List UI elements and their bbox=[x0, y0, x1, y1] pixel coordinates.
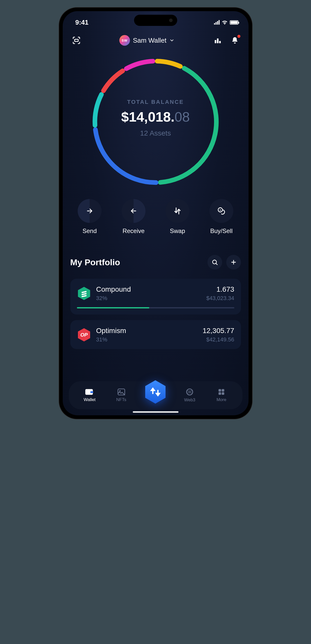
svg-point-20 bbox=[119, 390, 121, 391]
portfolio-title: My Portfolio bbox=[70, 257, 120, 267]
asset-name: Optimism bbox=[96, 327, 198, 335]
asset-count: 12 Assets bbox=[121, 129, 190, 137]
svg-text:$: $ bbox=[220, 209, 221, 211]
compound-icon bbox=[77, 286, 91, 301]
arrow-left-icon bbox=[130, 207, 137, 215]
svg-marker-21 bbox=[145, 380, 166, 404]
svg-line-9 bbox=[216, 263, 217, 265]
status-time: 9:41 bbox=[75, 19, 89, 26]
app-header: SW Sam Wallet bbox=[63, 27, 249, 48]
coins-icon: $ bbox=[217, 207, 226, 215]
balance-amount: $14,018.08 bbox=[121, 109, 190, 125]
action-row: Send Receive Swap $ Buy/Sell bbox=[63, 188, 249, 235]
asset-progress bbox=[77, 307, 234, 308]
svg-text:OP: OP bbox=[80, 332, 88, 338]
buysell-button[interactable]: $ bbox=[209, 199, 233, 223]
swap-button[interactable] bbox=[166, 199, 189, 223]
notifications-button[interactable] bbox=[230, 35, 240, 45]
wallet-name: Sam Wallet bbox=[133, 37, 167, 44]
signal-icon bbox=[214, 20, 220, 25]
globe-icon bbox=[186, 388, 194, 396]
image-icon bbox=[117, 388, 125, 396]
grid-icon bbox=[218, 388, 225, 396]
svg-rect-18 bbox=[90, 391, 93, 393]
bottom-nav: Wallet NFTs Web3 bbox=[69, 381, 242, 409]
asset-card[interactable]: Compound 32% 1.673 $43,023.34 bbox=[70, 279, 241, 315]
svg-rect-26 bbox=[219, 389, 221, 392]
buysell-label: Buy/Sell bbox=[210, 227, 233, 235]
scan-button[interactable] bbox=[71, 35, 81, 45]
asset-amount: 1.673 bbox=[206, 285, 234, 293]
nav-web3[interactable]: Web3 bbox=[178, 388, 201, 403]
phone-frame: 9:41 SW Sam Wallet bbox=[59, 8, 252, 419]
wallet-avatar: SW bbox=[119, 35, 130, 46]
svg-rect-3 bbox=[219, 41, 221, 43]
plus-icon bbox=[230, 259, 237, 266]
optimism-icon: OP bbox=[77, 328, 91, 342]
swap-icon bbox=[173, 207, 182, 215]
chevron-down-icon bbox=[169, 38, 174, 43]
notification-dot bbox=[237, 35, 240, 38]
send-label: Send bbox=[83, 227, 97, 235]
nav-nfts[interactable]: NFTs bbox=[110, 388, 133, 402]
asset-amount: 12,305.77 bbox=[203, 327, 234, 335]
nav-more[interactable]: More bbox=[210, 388, 233, 402]
screen: 9:41 SW Sam Wallet bbox=[63, 11, 249, 415]
asset-name: Compound bbox=[96, 285, 201, 293]
wifi-icon bbox=[222, 20, 228, 25]
svg-rect-1 bbox=[215, 40, 216, 43]
wallet-icon bbox=[85, 388, 94, 396]
balance-label: TOTAL BALANCE bbox=[121, 99, 190, 105]
arrow-right-icon bbox=[86, 207, 93, 215]
asset-pct: 31% bbox=[96, 336, 198, 343]
nav-center-button[interactable] bbox=[141, 378, 169, 406]
svg-rect-29 bbox=[222, 392, 224, 395]
asset-usd: $42,149.56 bbox=[203, 336, 234, 343]
receive-label: Receive bbox=[123, 227, 145, 235]
stats-button[interactable] bbox=[212, 35, 223, 45]
home-indicator[interactable] bbox=[133, 411, 178, 413]
svg-point-25 bbox=[187, 389, 193, 395]
battery-icon bbox=[230, 20, 238, 25]
svg-rect-2 bbox=[217, 39, 218, 43]
add-button[interactable] bbox=[226, 255, 241, 270]
search-button[interactable] bbox=[207, 255, 222, 270]
asset-card[interactable]: OP Optimism 31% 12,305.77 $42,149.56 bbox=[70, 320, 241, 349]
bell-icon bbox=[231, 37, 239, 44]
balance-ring: TOTAL BALANCE $14,018.08 12 Assets bbox=[63, 48, 249, 188]
wallet-selector[interactable]: SW Sam Wallet bbox=[119, 35, 175, 46]
portfolio-section: My Portfolio Compound 32% bbox=[63, 235, 249, 349]
search-icon bbox=[211, 259, 218, 266]
svg-rect-0 bbox=[74, 39, 78, 42]
receive-button[interactable] bbox=[122, 199, 145, 223]
asset-pct: 32% bbox=[96, 295, 201, 302]
nav-wallet[interactable]: Wallet bbox=[78, 388, 101, 402]
send-button[interactable] bbox=[78, 199, 102, 223]
notch bbox=[134, 15, 177, 26]
svg-rect-27 bbox=[222, 389, 224, 392]
asset-usd: $43,023.34 bbox=[206, 295, 234, 302]
svg-rect-28 bbox=[219, 392, 221, 395]
swap-label: Swap bbox=[170, 227, 185, 235]
